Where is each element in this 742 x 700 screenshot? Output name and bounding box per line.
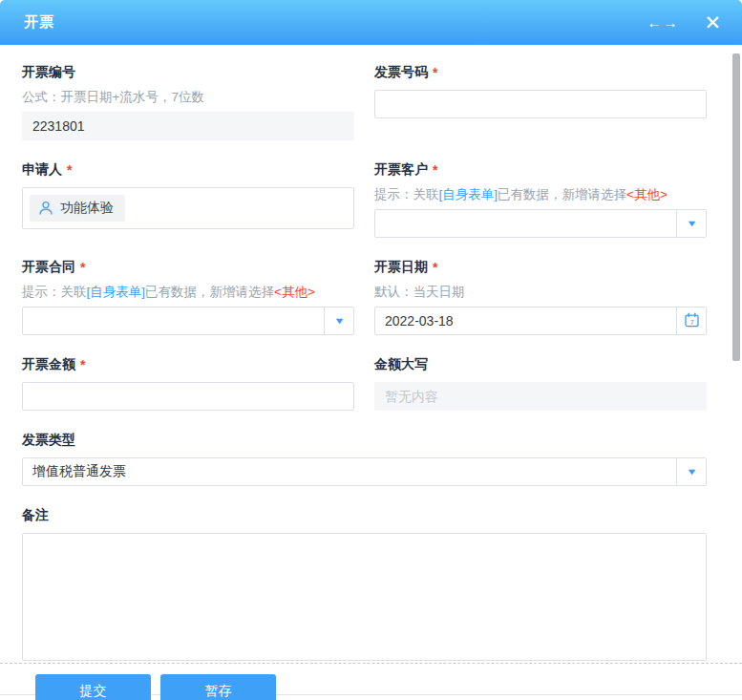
remarks-label: 备注: [22, 507, 49, 524]
chevron-down-icon[interactable]: ▼: [676, 210, 706, 237]
required-asterisk: *: [433, 65, 437, 80]
dialog-body: 开票编号 公式：开票日期+流水号，7位数 发票号码 * 申请人 *: [0, 45, 742, 661]
date-helper: 默认：当天日期: [374, 285, 707, 301]
customer-label: 开票客户: [374, 161, 428, 179]
scrollbar[interactable]: [732, 53, 740, 361]
required-asterisk: *: [80, 260, 85, 275]
applicant-tag-label: 功能体验: [60, 200, 114, 217]
self-form-link: [自身表单]: [87, 285, 146, 299]
contract-hint: 提示：关联[自身表单]已有数据，新增请选择<其他>: [22, 285, 354, 301]
date-label: 开票日期: [374, 259, 428, 276]
required-asterisk: *: [433, 260, 437, 275]
customer-select[interactable]: ▼: [374, 209, 707, 238]
contract-label: 开票合同: [22, 259, 75, 276]
calendar-icon[interactable]: 7: [676, 308, 706, 334]
field-date: 开票日期 * 默认：当天日期 2022-03-18 7: [374, 259, 707, 335]
invoice-no-helper: 公式：开票日期+流水号，7位数: [22, 90, 354, 106]
invoice-type-select[interactable]: 增值税普通发票 ▼: [22, 457, 707, 486]
invoice-number-label: 发票号码: [374, 64, 428, 81]
applicant-tag[interactable]: 功能体验: [30, 195, 125, 222]
amount-input[interactable]: [22, 382, 354, 411]
required-asterisk: *: [67, 162, 72, 178]
self-form-link: [自身表单]: [439, 187, 498, 202]
applicant-label: 申请人: [22, 161, 62, 179]
arrow-left-icon[interactable]: ←: [647, 14, 663, 31]
user-icon: [38, 201, 53, 216]
invoice-no-label: 开票编号: [22, 64, 75, 81]
invoice-type-label: 发票类型: [22, 432, 75, 449]
dialog-title: 开票: [24, 13, 54, 32]
date-input[interactable]: 2022-03-18 7: [374, 307, 707, 335]
remarks-textarea[interactable]: [22, 533, 707, 661]
contract-select[interactable]: ▼: [22, 307, 354, 335]
save-draft-button[interactable]: 暂存: [160, 674, 276, 700]
contract-select-value[interactable]: [23, 308, 324, 334]
required-asterisk: *: [433, 162, 437, 178]
date-value[interactable]: 2022-03-18: [375, 308, 676, 334]
other-option-hint: <其他>: [626, 187, 668, 202]
amount-words-label: 金额大写: [374, 356, 428, 373]
field-invoice-type: 发票类型 增值税普通发票 ▼: [22, 432, 707, 486]
expand-arrows-icon[interactable]: ←→: [647, 14, 679, 31]
field-contract: 开票合同 * 提示：关联[自身表单]已有数据，新增请选择<其他> ▼: [22, 259, 354, 335]
other-option-hint: <其他>: [274, 285, 315, 299]
amount-words-input: [374, 382, 707, 411]
field-remarks: 备注: [22, 507, 707, 661]
dialog-footer: 提交 暂存: [0, 664, 742, 700]
invoice-type-value[interactable]: 增值税普通发票: [23, 458, 676, 485]
dialog-header: 开票 ←→ ✕: [0, 0, 742, 45]
invoice-dialog: 开票 ←→ ✕ 开票编号 公式：开票日期+流水号，7位数 发票号码 *: [0, 0, 742, 695]
field-customer: 开票客户 * 提示：关联[自身表单]已有数据，新增请选择<其他> ▼: [374, 161, 707, 238]
customer-hint: 提示：关联[自身表单]已有数据，新增请选择<其他>: [374, 187, 707, 203]
field-invoice-no: 开票编号 公式：开票日期+流水号，7位数: [22, 64, 354, 140]
header-actions: ←→ ✕: [647, 12, 721, 32]
chevron-down-icon[interactable]: ▼: [324, 308, 353, 334]
customer-select-value[interactable]: [375, 210, 676, 237]
applicant-picker[interactable]: 功能体验: [22, 187, 354, 229]
form-grid: 开票编号 公式：开票日期+流水号，7位数 发票号码 * 申请人 *: [22, 64, 707, 661]
invoice-number-input[interactable]: [374, 90, 707, 118]
invoice-no-input: [22, 112, 354, 140]
required-asterisk: *: [80, 357, 85, 372]
field-amount: 开票金额 *: [22, 356, 354, 411]
field-applicant: 申请人 * 功能体验: [22, 161, 354, 229]
chevron-down-icon[interactable]: ▼: [676, 458, 706, 485]
field-amount-words: 金额大写: [374, 356, 707, 411]
field-invoice-number: 发票号码 *: [374, 64, 707, 118]
amount-label: 开票金额: [22, 356, 75, 373]
close-icon[interactable]: ✕: [704, 12, 721, 32]
submit-button[interactable]: 提交: [35, 674, 151, 700]
arrow-right-icon[interactable]: →: [663, 14, 679, 31]
svg-text:7: 7: [689, 318, 693, 327]
